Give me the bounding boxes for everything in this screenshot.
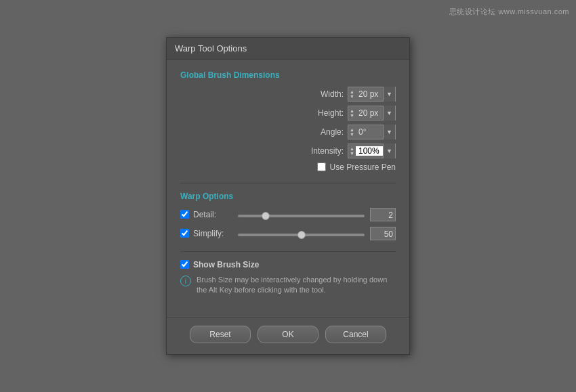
dialog-body: Global Brush Dimensions Width: ▲ ▼ 20 px… (167, 60, 409, 318)
width-arrow-up[interactable]: ▲ (350, 89, 354, 94)
use-pressure-row: Use Pressure Pen (180, 162, 396, 172)
angle-dropdown-arrow[interactable]: ▼ (383, 125, 395, 139)
width-spinner-arrows[interactable]: ▲ ▼ (348, 87, 356, 102)
reset-button[interactable]: Reset (190, 326, 251, 343)
simplify-checkbox[interactable] (180, 229, 189, 238)
angle-row: Angle: ▲ ▼ 0° ▼ (180, 125, 396, 139)
intensity-spinner[interactable]: ▲ ▼ 100% ▼ (348, 144, 396, 158)
detail-label[interactable]: Detail: (193, 210, 232, 219)
simplify-value: 50 (370, 227, 396, 240)
button-row: Reset OK Cancel (167, 317, 409, 354)
use-pressure-label[interactable]: Use Pressure Pen (330, 162, 396, 172)
section-global-brush-title: Global Brush Dimensions (180, 70, 396, 80)
height-spinner-arrows[interactable]: ▲ ▼ (348, 106, 356, 121)
detail-slider[interactable] (238, 215, 365, 217)
section-warp-options-title: Warp Options (180, 192, 396, 201)
section-global-brush: Global Brush Dimensions Width: ▲ ▼ 20 px… (180, 70, 396, 172)
dialog-warp-tool-options: Warp Tool Options Global Brush Dimension… (166, 37, 410, 355)
height-arrow-down[interactable]: ▼ (350, 113, 354, 118)
intensity-spinner-arrows[interactable]: ▲ ▼ (348, 144, 356, 158)
width-dropdown-arrow[interactable]: ▼ (383, 87, 395, 102)
width-label: Width: (296, 89, 344, 99)
angle-spinner-arrows[interactable]: ▲ ▼ (348, 125, 356, 139)
cancel-button[interactable]: Cancel (325, 326, 386, 343)
intensity-arrow-down[interactable]: ▼ (350, 151, 354, 156)
angle-spinner[interactable]: ▲ ▼ 0° ▼ (348, 125, 396, 139)
angle-label: Angle: (296, 127, 344, 137)
angle-arrow-up[interactable]: ▲ (350, 127, 354, 132)
width-arrow-down[interactable]: ▼ (350, 94, 354, 99)
intensity-dropdown-arrow[interactable]: ▼ (383, 144, 395, 158)
intensity-value[interactable]: 100% (356, 146, 383, 156)
info-icon: i (180, 276, 191, 286)
detail-slider-container (238, 209, 365, 219)
angle-value: 0° (356, 127, 383, 137)
angle-arrow-down[interactable]: ▼ (350, 132, 354, 137)
ok-button[interactable]: OK (258, 326, 318, 343)
detail-checkbox[interactable] (180, 210, 189, 219)
watermark: 思统设计论坛 www.missvuan.com (449, 7, 569, 17)
intensity-label: Intensity: (296, 146, 344, 156)
height-spinner[interactable]: ▲ ▼ 20 px ▼ (348, 106, 396, 121)
divider-1 (180, 183, 396, 183)
detail-value: 2 (370, 208, 396, 221)
dialog-titlebar: Warp Tool Options (167, 38, 409, 60)
width-value: 20 px (356, 89, 383, 99)
info-text: Brush Size may be interactively changed … (197, 275, 396, 296)
show-brush-checkbox[interactable] (180, 260, 189, 269)
info-row: i Brush Size may be interactively change… (180, 275, 396, 296)
section-warp-options: Warp Options Detail: 2 Simplify: 50 (180, 192, 396, 240)
height-arrow-up[interactable]: ▲ (350, 108, 354, 113)
intensity-arrow-up[interactable]: ▲ (350, 146, 354, 151)
section-show-brush: Show Brush Size i Brush Size may be inte… (180, 260, 396, 296)
intensity-row: Intensity: ▲ ▼ 100% ▼ (180, 144, 396, 158)
height-value: 20 px (356, 108, 383, 118)
divider-2 (180, 251, 396, 252)
show-brush-label[interactable]: Show Brush Size (193, 260, 259, 269)
width-spinner[interactable]: ▲ ▼ 20 px ▼ (348, 87, 396, 102)
detail-row: Detail: 2 (180, 208, 396, 221)
show-brush-row: Show Brush Size (180, 260, 396, 269)
simplify-slider[interactable] (238, 234, 365, 236)
height-row: Height: ▲ ▼ 20 px ▼ (180, 106, 396, 121)
simplify-label[interactable]: Simplify: (193, 229, 232, 238)
height-dropdown-arrow[interactable]: ▼ (383, 106, 395, 121)
simplify-row: Simplify: 50 (180, 227, 396, 240)
width-row: Width: ▲ ▼ 20 px ▼ (180, 87, 396, 102)
height-label: Height: (296, 108, 344, 118)
use-pressure-checkbox[interactable] (317, 162, 326, 171)
dialog-title: Warp Tool Options (175, 43, 247, 53)
simplify-slider-container (238, 228, 365, 238)
